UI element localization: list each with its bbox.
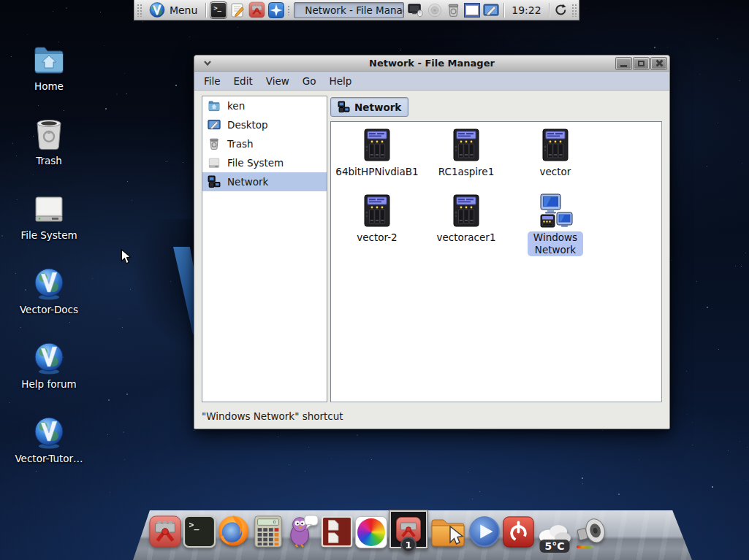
package-manager-launcher[interactable] (248, 1, 265, 19)
trash-tray[interactable] (446, 1, 461, 19)
file-item-windows-network[interactable]: Windows Network (511, 192, 600, 258)
folder-icon (430, 515, 466, 548)
dock-calculator[interactable]: 0 (251, 513, 285, 548)
sidebar-item-label: File System (227, 157, 284, 169)
file-item-label: 64bitHPNivdiaB1 (335, 166, 418, 178)
file-item-vectoracer1[interactable]: vectoracer1 (422, 192, 511, 258)
file-item-label: vector-2 (357, 231, 397, 244)
pinwheel-icon (355, 516, 387, 548)
titlebar[interactable]: Network - File Manager (194, 55, 669, 72)
desktop-icon-trash[interactable]: Trash (14, 117, 84, 166)
control-center-icon (268, 2, 284, 18)
sidebar-item-desktop[interactable]: Desktop (202, 115, 327, 134)
menu-go[interactable]: Go (296, 73, 323, 89)
svg-text:>_: >_ (189, 520, 199, 531)
sidebar-item-filesystem[interactable]: File System (202, 153, 327, 172)
minimize-button[interactable] (616, 58, 631, 69)
sidebar-item-trash[interactable]: Trash (202, 134, 327, 153)
workspace-1[interactable] (465, 5, 479, 15)
dock-package-manager[interactable] (148, 513, 182, 548)
terminal-launcher[interactable]: >_ (210, 1, 227, 19)
documents-icon (320, 515, 354, 548)
close-button[interactable] (651, 58, 666, 69)
panel-grip-right[interactable] (571, 4, 577, 17)
taskbar-window-button[interactable]: Network - File Manager (294, 2, 403, 18)
vector-globe-icon (31, 415, 66, 450)
firefox-icon (216, 513, 251, 548)
desktop-icon-help-forum[interactable]: Help forum (14, 340, 84, 390)
control-center-launcher[interactable] (268, 1, 284, 19)
file-item-label: vector (540, 166, 571, 178)
dock-weather[interactable]: 5°C (536, 513, 574, 548)
tasklist-grip[interactable] (287, 5, 291, 15)
path-button-network[interactable]: Network (330, 97, 408, 117)
display-settings-icon (407, 1, 424, 18)
sidebar-item-ken[interactable]: ken (202, 96, 327, 115)
trash-icon (208, 137, 221, 150)
workspace-pager[interactable] (464, 3, 481, 18)
network-icon (338, 101, 350, 113)
dock-media-player[interactable] (467, 513, 501, 548)
panel-grip-left[interactable] (137, 4, 142, 17)
volume-muted-tray[interactable] (427, 1, 443, 19)
home-folder-icon (208, 99, 221, 112)
desktop-icon-filesystem[interactable]: File System (14, 191, 84, 241)
sidebar-item-network[interactable]: Network (202, 172, 327, 191)
dock-shutdown[interactable] (501, 513, 536, 548)
top-panel: Menu >_ Network - File Manager (134, 0, 579, 20)
taskbar-window-label: Network - File Manager (305, 4, 403, 16)
display-settings-tray[interactable] (407, 1, 424, 19)
file-item-64bitHPNivdiaB1[interactable]: 64bitHPNivdiaB1 (332, 126, 422, 192)
panel-separator (549, 3, 550, 18)
close-icon (655, 59, 663, 67)
file-item-label: RC1aspire1 (438, 166, 495, 178)
text-editor-icon (229, 2, 246, 18)
dock: >_ 0 (133, 510, 692, 560)
menu-view[interactable]: View (259, 73, 296, 89)
session-action-button[interactable] (553, 1, 569, 19)
dock-file-manager[interactable] (429, 513, 467, 548)
desktop-icon-vector-docs[interactable]: Vector-Docs (14, 266, 84, 315)
play-icon (468, 515, 501, 548)
menu-file[interactable]: File (197, 73, 227, 89)
dock-running-file-manager[interactable]: 1 (388, 513, 429, 548)
calculator-icon: 0 (252, 515, 284, 548)
menu-button[interactable]: Menu (145, 1, 201, 20)
terminal-icon: >_ (183, 515, 216, 548)
menu-edit[interactable]: Edit (227, 73, 259, 89)
dock-image-viewer[interactable] (354, 513, 388, 548)
sidebar-item-label: Trash (227, 138, 254, 150)
trash-can-icon (31, 117, 66, 152)
menu-help[interactable]: Help (323, 73, 359, 89)
network-icon (208, 175, 221, 188)
content-pane: Network 64bitHPNivdiaB1 (330, 96, 665, 402)
nas-server-icon (449, 128, 484, 163)
trash-icon (446, 2, 461, 18)
window-title: Network - File Manager (194, 58, 669, 69)
dock-pidgin[interactable] (285, 513, 319, 548)
desktop-icon-vector-tutor[interactable]: Vector-Tutor… (14, 415, 84, 464)
desktop-icon-home[interactable]: Home (14, 42, 84, 92)
file-item-RC1aspire1[interactable]: RC1aspire1 (422, 126, 511, 192)
nas-server-icon (360, 193, 395, 229)
dock-firefox[interactable] (216, 513, 251, 548)
panel-clock[interactable]: 19:22 (509, 4, 544, 16)
file-item-vector-2[interactable]: vector-2 (332, 192, 422, 258)
svg-text:0: 0 (273, 520, 275, 524)
desktop-settings-tray[interactable] (483, 1, 499, 19)
vector-menu-icon (148, 1, 166, 19)
status-bar: "Windows Network" shortcut (202, 410, 343, 422)
file-view[interactable]: 64bitHPNivdiaB1 RC1aspire1 (330, 121, 662, 402)
vector-globe-icon (31, 266, 66, 301)
desktop-icon-label: Trash (36, 155, 62, 166)
file-item-vector[interactable]: vector (511, 126, 600, 192)
maximize-button[interactable] (634, 58, 649, 69)
dock-volume[interactable] (574, 513, 610, 548)
text-editor-launcher[interactable] (229, 1, 246, 19)
file-item-label: vectoracer1 (437, 231, 496, 244)
nas-server-icon (449, 193, 484, 229)
temperature-badge: 5°C (539, 540, 569, 553)
dock-documents[interactable] (319, 513, 354, 548)
panel-separator (205, 3, 206, 18)
dock-terminal[interactable]: >_ (182, 513, 216, 548)
